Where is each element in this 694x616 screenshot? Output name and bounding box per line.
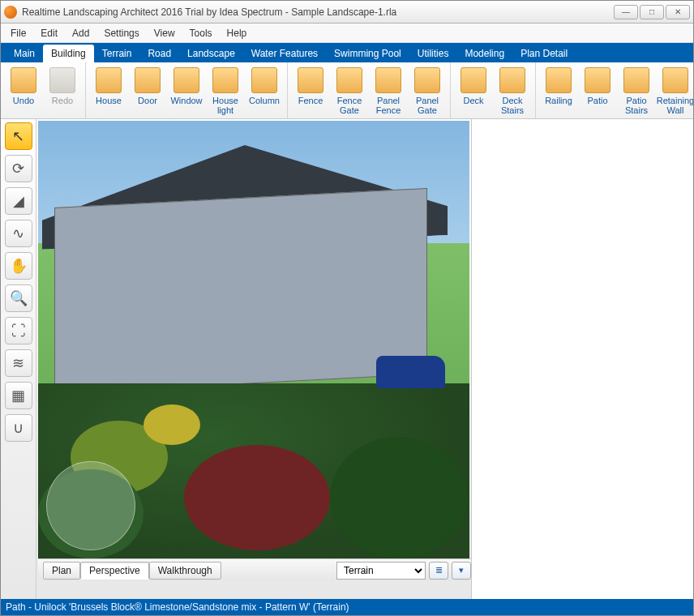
menu-tools[interactable]: Tools [183,25,219,41]
window-icon [174,67,199,93]
navigation-disc[interactable] [46,461,135,550]
tool-select[interactable]: ↖ [5,122,32,150]
status-bar: Path - Unilock 'Brussels Block® Limeston… [1,599,693,615]
tool-pan[interactable]: ✋ [5,252,32,280]
ribbon-label: Door [138,96,157,105]
status-text: Path - Unilock 'Brussels Block® Limeston… [6,601,349,613]
tab-modeling[interactable]: Modeling [456,45,512,62]
ribbon-column-button[interactable]: Column [245,64,284,117]
app-icon [4,6,17,19]
ribbon-retaining-wall-button[interactable]: Retaining Wall [656,64,693,117]
ribbon-label: Panel Fence [369,96,408,115]
view-mode-perspective[interactable]: Perspective [80,562,149,580]
left-tool-palette: ↖⟳◢∿✋🔍⛶≋▦∪ [1,119,36,599]
ribbon-label: Column [249,96,280,105]
layer-select[interactable]: Terrain [336,562,426,580]
tab-swimming-pool[interactable]: Swimming Pool [326,45,409,62]
render-car [376,356,445,388]
render-bush [144,404,200,445]
ribbon-label: House [96,96,122,105]
wall-icon [662,67,688,93]
ribbon-panel-fence-button[interactable]: Panel Fence [369,64,408,117]
ribbon-label: Redo [52,96,73,105]
ribbon-fence-button[interactable]: Fence [291,64,330,117]
tool-pin[interactable]: ◢ [5,187,32,215]
ribbon-door-button[interactable]: Door [128,64,167,117]
ribbon-label: Retaining Wall [656,96,693,115]
menu-add[interactable]: Add [66,25,96,41]
light-icon [212,67,238,93]
tool-zoom[interactable]: 🔍 [5,284,32,312]
ribbon-tab-bar: MainBuildingTerrainRoadLandscapeWater Fe… [1,43,693,62]
layer-dropdown-icon[interactable]: ▾ [452,562,471,580]
panel-gate-icon [414,67,440,93]
railing-icon [546,67,572,93]
ribbon-group: HouseDoorWindowHouse lightColumn [86,62,288,118]
ribbon-undo-button[interactable]: Undo [4,64,43,117]
ribbon-group: UndoRedo [1,62,86,118]
layer-filter-icon[interactable]: ≣ [429,562,448,580]
menu-settings[interactable]: Settings [97,25,145,41]
ribbon-window-button[interactable]: Window [167,64,206,117]
tool-layers[interactable]: ≋ [5,349,32,377]
ribbon-patio-stairs-button[interactable]: Patio Stairs [617,64,656,117]
tab-plan-detail[interactable]: Plan Detail [512,45,576,62]
properties-panel [471,119,693,599]
view-mode-bar: PlanPerspectiveWalkthrough Terrain ≣ ▾ [38,558,471,581]
ribbon-panel-gate-button[interactable]: Panel Gate [408,64,447,117]
render-bush [330,437,468,558]
render-house [54,188,427,394]
3d-viewport[interactable] [38,121,469,558]
tab-landscape[interactable]: Landscape [179,45,243,62]
ribbon-deck-button[interactable]: Deck [454,64,493,117]
menu-edit[interactable]: Edit [34,25,64,41]
ribbon-label: Fence Gate [330,96,369,115]
render-bush [184,445,330,550]
title-bar: Realtime Landscaping Architect 2016 Tria… [1,1,693,24]
ribbon-label: Deck [463,96,483,105]
tool-orbit[interactable]: ⟳ [5,155,32,182]
ribbon-label: Panel Gate [408,96,447,115]
fence-gate-icon [336,67,362,93]
tool-snap[interactable]: ∪ [5,414,32,442]
ribbon-label: Window [170,96,202,105]
undo-icon [11,67,36,93]
close-button[interactable]: ✕ [666,5,690,19]
tab-road[interactable]: Road [139,45,179,62]
tab-terrain[interactable]: Terrain [94,45,140,62]
panel-icon [375,67,401,93]
patio-icon [585,67,610,93]
ribbon-railing-button[interactable]: Railing [539,64,578,117]
ribbon-deck-stairs-button[interactable]: Deck Stairs [493,64,532,117]
ribbon-label: Patio Stairs [617,96,656,115]
column-icon [251,67,277,93]
patio-stairs-icon [623,67,649,93]
view-mode-plan[interactable]: Plan [43,562,80,580]
ribbon-label: Patio [587,96,607,105]
tab-building[interactable]: Building [43,45,94,62]
tool-raster[interactable]: ▦ [5,382,32,409]
ribbon-group: FenceFence GatePanel FencePanel Gate [288,62,451,118]
ribbon-house-light-button[interactable]: House light [206,64,245,117]
maximize-button[interactable]: □ [640,5,664,19]
ribbon-group: DeckDeck Stairs [451,62,536,118]
tool-curve[interactable]: ∿ [5,220,32,247]
ribbon-house-button[interactable]: House [89,64,128,117]
tab-water-features[interactable]: Water Features [243,45,326,62]
menu-file[interactable]: File [4,25,32,41]
ribbon-fence-gate-button[interactable]: Fence Gate [330,64,369,117]
ribbon-group: RailingPatioPatio StairsRetaining WallAc… [536,62,693,118]
menu-view[interactable]: View [148,25,182,41]
minimize-button[interactable]: — [614,5,638,19]
deck-stairs-icon [499,67,525,93]
ribbon-label: Fence [298,96,323,105]
tab-utilities[interactable]: Utilities [409,45,457,62]
ribbon-patio-button[interactable]: Patio [578,64,617,117]
view-mode-walkthrough[interactable]: Walkthrough [149,562,221,580]
tab-main[interactable]: Main [6,45,43,62]
window-title: Realtime Landscaping Architect 2016 Tria… [22,6,614,18]
ribbon-label: Deck Stairs [493,96,532,115]
ribbon-label: House light [206,96,245,115]
menu-help[interactable]: Help [221,25,254,41]
tool-zoom-region[interactable]: ⛶ [5,317,32,344]
